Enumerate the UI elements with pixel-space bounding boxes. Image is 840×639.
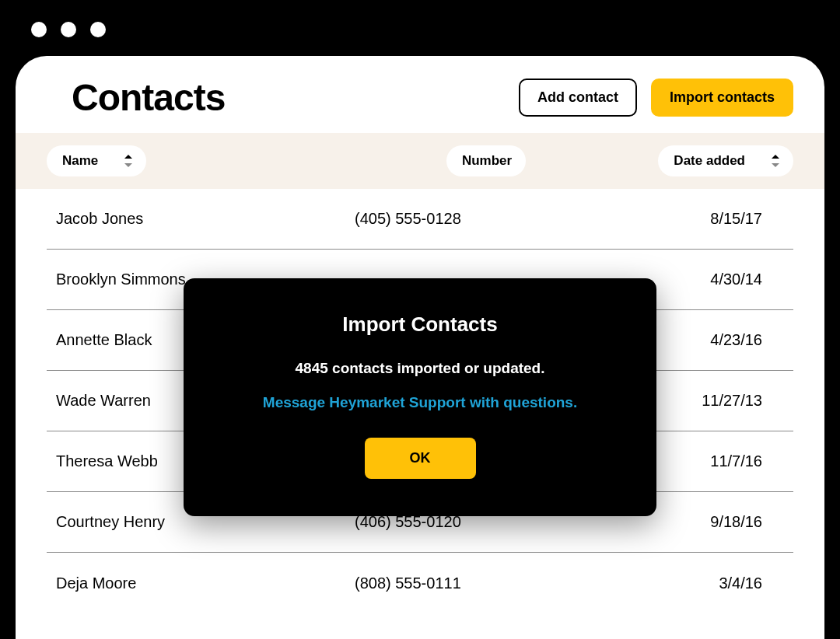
cell-date: 3/4/16	[622, 574, 793, 592]
modal-title: Import Contacts	[215, 313, 625, 337]
window-dot	[31, 22, 47, 37]
app-viewport: Contacts Add contact Import contacts Nam…	[16, 56, 824, 639]
cell-date: 8/15/17	[622, 210, 793, 228]
sort-caret-icon	[124, 155, 132, 166]
window-dot	[90, 22, 106, 37]
sort-by-name[interactable]: Name	[47, 145, 146, 176]
page-title: Contacts	[72, 76, 225, 119]
import-result-modal: Import Contacts 4845 contacts imported o…	[184, 278, 656, 516]
sort-by-number[interactable]: Number	[446, 145, 526, 176]
window-controls	[0, 0, 840, 56]
sort-label: Date added	[674, 153, 745, 169]
cell-number: (405) 555-0128	[350, 210, 622, 228]
sort-label: Name	[62, 153, 98, 169]
table-row[interactable]: Deja Moore(808) 555-01113/4/16	[47, 553, 793, 613]
browser-frame: Contacts Add contact Import contacts Nam…	[0, 0, 840, 639]
import-contacts-button[interactable]: Import contacts	[651, 79, 793, 117]
page-header: Contacts Add contact Import contacts	[16, 56, 824, 133]
header-actions: Add contact Import contacts	[519, 79, 793, 117]
table-row[interactable]: Jacob Jones(405) 555-01288/15/17	[47, 189, 793, 250]
window-dot	[61, 22, 76, 37]
cell-number: (808) 555-0111	[350, 574, 622, 592]
modal-body: 4845 contacts imported or updated.	[215, 360, 625, 377]
modal-ok-button[interactable]: OK	[365, 438, 476, 479]
add-contact-button[interactable]: Add contact	[519, 79, 637, 117]
filter-bar: Name Number Date added	[16, 133, 824, 189]
sort-caret-icon	[772, 155, 779, 166]
sort-label: Number	[462, 153, 512, 169]
cell-name: Jacob Jones	[47, 210, 350, 228]
cell-name: Deja Moore	[47, 574, 350, 592]
sort-by-date[interactable]: Date added	[658, 145, 793, 176]
support-link[interactable]: Message Heymarket Support with questions…	[263, 394, 577, 411]
